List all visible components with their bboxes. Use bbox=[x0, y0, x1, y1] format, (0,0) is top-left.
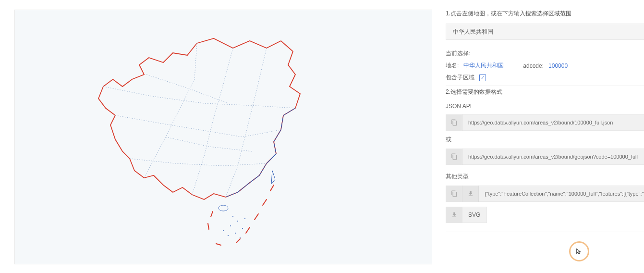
geojson-snippet-text[interactable]: {"type":"FeatureCollection","name":"1000… bbox=[479, 191, 644, 197]
step1-label: 1.点击左侧地图，或在下方输入搜索选择区域范围 bbox=[446, 10, 644, 18]
svg-line-7 bbox=[211, 211, 213, 217]
name-label: 地名: bbox=[446, 62, 459, 70]
copy-button-1[interactable] bbox=[446, 114, 462, 131]
current-selection-label: 当前选择: bbox=[446, 50, 470, 58]
include-children-label: 包含子区域 bbox=[446, 74, 474, 82]
svg-point-15 bbox=[240, 237, 241, 238]
adcode-value-link[interactable]: 100000 bbox=[548, 62, 568, 69]
svg-line-8 bbox=[208, 223, 209, 229]
copy-button-2[interactable] bbox=[446, 149, 462, 165]
svg-point-10 bbox=[237, 221, 238, 222]
url-1-text[interactable]: https://geo.datav.aliyun.com/areas_v2/bo… bbox=[462, 120, 644, 125]
adcode-label: adcode: bbox=[523, 62, 544, 69]
svg-download-button[interactable]: SVG bbox=[446, 207, 487, 223]
svg-button-label: SVG bbox=[462, 211, 480, 218]
region-selector-value: 中华人民共和国 bbox=[453, 28, 493, 36]
other-types-label: 其他类型 bbox=[446, 173, 644, 181]
download-button-geojson[interactable] bbox=[462, 186, 479, 202]
svg-line-2 bbox=[263, 199, 267, 205]
url-box-2: https://geo.datav.aliyun.com/areas_v2/bo… bbox=[446, 149, 644, 165]
geojson-box: {"type":"FeatureCollection","name":"1000… bbox=[446, 186, 644, 202]
svg-point-0 bbox=[219, 205, 228, 211]
include-children-checkbox[interactable]: ✓ bbox=[479, 74, 486, 81]
svg-line-1 bbox=[270, 185, 274, 191]
download-icon bbox=[467, 190, 474, 197]
svg-point-9 bbox=[232, 216, 233, 217]
divider bbox=[446, 232, 644, 232]
china-map-svg bbox=[70, 22, 377, 252]
copy-icon bbox=[451, 153, 458, 160]
svg-point-12 bbox=[242, 228, 243, 229]
svg-point-11 bbox=[230, 225, 231, 226]
svg-point-13 bbox=[235, 233, 236, 234]
copy-icon bbox=[451, 119, 458, 126]
copy-icon bbox=[451, 190, 458, 197]
json-api-label: JSON API bbox=[446, 103, 644, 110]
svg-point-17 bbox=[244, 218, 245, 219]
svg-line-3 bbox=[255, 214, 258, 220]
name-value-link[interactable]: 中华人民共和国 bbox=[463, 62, 504, 70]
copy-button-3[interactable] bbox=[446, 186, 462, 202]
svg-line-6 bbox=[216, 244, 221, 245]
svg-line-5 bbox=[236, 239, 240, 243]
options-panel: 1.点击左侧地图，或在下方输入搜索选择区域范围 中华人民共和国 ⌵ 当前选择: … bbox=[432, 10, 644, 263]
svg-line-4 bbox=[246, 227, 250, 233]
map-canvas[interactable] bbox=[14, 10, 432, 264]
or-label: 或 bbox=[446, 136, 644, 144]
download-button-svg[interactable] bbox=[446, 207, 462, 223]
step2-label: 2.选择需要的数据格式 bbox=[446, 86, 644, 96]
region-selector[interactable]: 中华人民共和国 ⌵ bbox=[446, 24, 644, 40]
download-icon bbox=[451, 211, 458, 218]
url-box-1: https://geo.datav.aliyun.com/areas_v2/bo… bbox=[446, 114, 644, 131]
url-2-text[interactable]: https://geo.datav.aliyun.com/areas_v2/bo… bbox=[462, 154, 644, 160]
svg-point-16 bbox=[223, 230, 224, 231]
svg-point-14 bbox=[228, 235, 229, 236]
